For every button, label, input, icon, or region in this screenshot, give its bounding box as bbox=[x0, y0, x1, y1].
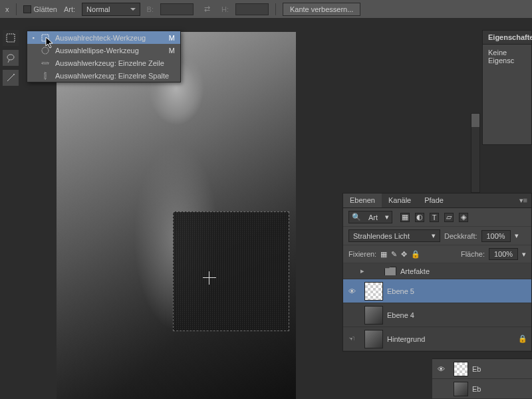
panel-menu-icon[interactable]: ▾≡ bbox=[515, 194, 531, 207]
options-bar: x Glätten Art: Normal B: ⇄ H: Kante verb… bbox=[0, 0, 532, 19]
layer-filter-dropdown[interactable]: 🔍 Art ▾ bbox=[348, 211, 392, 223]
layer-name: Artefakte bbox=[400, 267, 531, 275]
blend-opacity-row: Strahlendes Licht ▾ Deckkraft: 100% ▾ bbox=[343, 227, 531, 245]
tab-paths[interactable]: Pfade bbox=[418, 194, 450, 207]
lock-brush-icon[interactable]: ✎ bbox=[391, 250, 397, 259]
height-input bbox=[235, 3, 269, 15]
width-input bbox=[160, 3, 194, 15]
fill-label: Fläche: bbox=[461, 250, 485, 258]
layer-ebene4[interactable]: Ebene 4 bbox=[343, 303, 531, 327]
swap-icon[interactable]: ⇄ bbox=[200, 3, 215, 16]
properties-body: Keine Eigensc bbox=[483, 45, 531, 144]
flyout-item-label: Auswahlwerkzeug: Einzelne Spalte bbox=[55, 72, 170, 80]
blend-mode-dropdown[interactable]: Strahlendes Licht ▾ bbox=[348, 229, 440, 242]
lock-fill-row: Fixieren: ▦ ✎ ✥ 🔒 Fläche: 100% ▾ bbox=[343, 245, 531, 263]
col-marquee-icon bbox=[41, 71, 50, 80]
properties-tab[interactable]: Eigenschaften bbox=[483, 31, 531, 45]
flyout-item-label: Auswahlwerkzeug: Einzelne Zeile bbox=[55, 59, 170, 67]
panel-scrollbar[interactable] bbox=[471, 113, 480, 193]
search-icon: 🔍 bbox=[352, 213, 361, 221]
opacity-input[interactable]: 100% bbox=[481, 230, 511, 242]
layers-list: ▸ Artefakte 👁 Ebene 5 Ebene 4 ☜ Hintergr… bbox=[343, 263, 531, 351]
ellipse-marquee-icon bbox=[41, 46, 50, 55]
x-label: x bbox=[5, 5, 9, 13]
chevron-down-icon: ▾ bbox=[385, 213, 389, 221]
filter-type-icon[interactable]: T bbox=[430, 213, 439, 222]
height-label: H: bbox=[221, 5, 229, 13]
chevron-down-icon[interactable]: ▾ bbox=[522, 250, 526, 259]
refine-edge-button[interactable]: Kante verbessern... bbox=[283, 3, 360, 16]
wand-tool[interactable] bbox=[3, 70, 19, 86]
lock-label: Fixieren: bbox=[348, 250, 376, 258]
svg-rect-3 bbox=[42, 35, 49, 41]
filter-smart-icon[interactable]: ◈ bbox=[459, 213, 468, 222]
layer-thumbnail[interactable] bbox=[454, 382, 468, 396]
refine-edge-label: Kante verbessern... bbox=[290, 5, 353, 13]
layer-ebene5[interactable]: 👁 Ebene 5 bbox=[343, 279, 531, 303]
width-label: B: bbox=[147, 5, 154, 13]
svg-rect-0 bbox=[7, 34, 15, 42]
filter-image-icon[interactable]: ▦ bbox=[400, 213, 410, 222]
strip-layer-1[interactable]: 👁 Eb bbox=[432, 359, 532, 379]
layer-name: Hintergrund bbox=[387, 335, 518, 343]
antialias-checkbox[interactable]: Glätten bbox=[23, 5, 57, 13]
lock-move-icon[interactable]: ✥ bbox=[401, 250, 407, 259]
marquee-tool-flyout: ▪ Auswahlrechteck-Werkzeug M Auswahlelli… bbox=[27, 31, 181, 82]
visibility-toggle[interactable]: 👁 bbox=[343, 287, 360, 295]
visibility-toggle[interactable]: 👁 bbox=[432, 365, 450, 373]
flyout-item-shortcut: M bbox=[169, 34, 175, 42]
layer-thumbnail[interactable] bbox=[364, 282, 383, 301]
strip-layer-2[interactable]: Eb bbox=[432, 379, 532, 399]
flyout-item-col-marquee[interactable]: Auswahlwerkzeug: Einzelne Spalte bbox=[27, 69, 180, 82]
folder-icon bbox=[384, 267, 396, 276]
svg-point-1 bbox=[7, 55, 14, 60]
flyout-item-shortcut: M bbox=[169, 47, 175, 55]
layer-name: Ebene 5 bbox=[387, 287, 531, 295]
visibility-toggle[interactable]: ☜ bbox=[343, 334, 360, 343]
flyout-item-rect-marquee[interactable]: ▪ Auswahlrechteck-Werkzeug M bbox=[27, 31, 180, 44]
properties-panel: Eigenschaften Keine Eigensc bbox=[482, 30, 532, 145]
layer-name: Ebene 4 bbox=[387, 311, 531, 319]
layer-group-artefakte[interactable]: ▸ Artefakte bbox=[343, 263, 531, 279]
layer-name: Eb bbox=[472, 365, 532, 373]
row-marquee-icon bbox=[41, 59, 50, 68]
lock-icon: 🔒 bbox=[518, 334, 531, 343]
lock-all-icon[interactable]: 🔒 bbox=[411, 250, 420, 259]
tab-channels[interactable]: Kanäle bbox=[382, 194, 418, 207]
flyout-item-row-marquee[interactable]: Auswahlwerkzeug: Einzelne Zeile bbox=[27, 57, 180, 69]
layer-name: Eb bbox=[472, 385, 532, 393]
layer-filter-row: 🔍 Art ▾ ▦ ◐ T ▱ ◈ bbox=[343, 208, 531, 227]
chevron-down-icon bbox=[130, 8, 136, 11]
layer-thumbnail[interactable] bbox=[364, 330, 383, 348]
svg-rect-6 bbox=[45, 72, 46, 79]
antialias-label: Glätten bbox=[34, 5, 57, 13]
selected-dot-icon: ▪ bbox=[31, 35, 35, 41]
chevron-right-icon[interactable]: ▸ bbox=[360, 267, 364, 275]
flyout-item-ellipse-marquee[interactable]: Auswahlellipse-Werkzeug M bbox=[27, 44, 180, 57]
opacity-label: Deckkraft: bbox=[444, 232, 477, 240]
lock-trans-icon[interactable]: ▦ bbox=[380, 250, 387, 259]
svg-point-4 bbox=[42, 47, 49, 54]
style-dropdown[interactable]: Normal bbox=[82, 3, 140, 16]
flyout-item-label: Auswahlrechteck-Werkzeug bbox=[55, 34, 164, 42]
chevron-down-icon[interactable]: ▾ bbox=[515, 231, 519, 240]
svg-rect-5 bbox=[42, 63, 49, 64]
tab-layers[interactable]: Ebenen bbox=[343, 194, 382, 207]
style-label: Art: bbox=[64, 5, 75, 13]
layer-thumbnail[interactable] bbox=[364, 306, 383, 325]
layer-hintergrund[interactable]: ☜ Hintergrund 🔒 bbox=[343, 327, 531, 351]
filter-shape-icon[interactable]: ▱ bbox=[444, 213, 454, 222]
lower-layers-strip: 👁 Eb Eb bbox=[432, 358, 532, 399]
filter-adjust-icon[interactable]: ◐ bbox=[415, 213, 424, 222]
checkbox-icon bbox=[23, 5, 31, 13]
layer-thumbnail[interactable] bbox=[454, 362, 468, 376]
fill-input[interactable]: 100% bbox=[489, 248, 518, 260]
layers-tab-bar: Ebenen Kanäle Pfade ▾≡ bbox=[343, 194, 531, 208]
selection-noise bbox=[173, 211, 289, 331]
scrollbar-thumb[interactable] bbox=[471, 114, 479, 127]
rect-marquee-icon bbox=[41, 33, 50, 43]
flyout-item-label: Auswahlellipse-Werkzeug bbox=[55, 47, 164, 55]
marquee-tool[interactable] bbox=[3, 30, 19, 46]
document-canvas[interactable] bbox=[57, 32, 296, 399]
lasso-tool[interactable] bbox=[3, 50, 19, 66]
